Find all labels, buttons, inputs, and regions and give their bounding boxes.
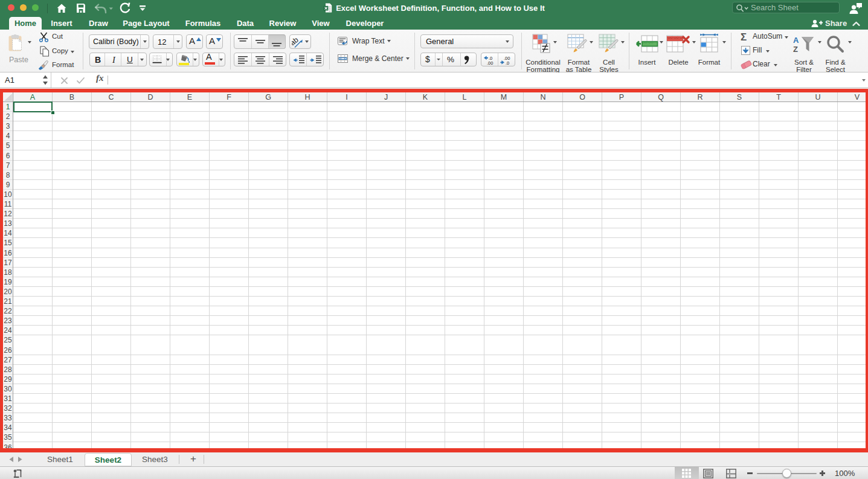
svg-text:ab: ab [292, 36, 300, 47]
svg-text:A: A [793, 36, 799, 45]
svg-text:Z: Z [793, 45, 798, 54]
svg-text:.00: .00 [487, 60, 493, 65]
svg-text:.0: .0 [506, 60, 509, 65]
